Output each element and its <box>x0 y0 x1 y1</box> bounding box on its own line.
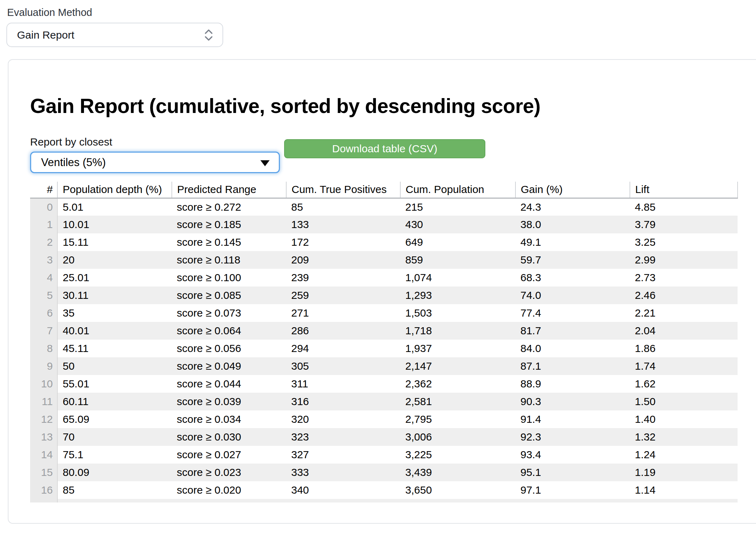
data-cell: 80.09 <box>57 464 172 481</box>
row-index-cell: 11 <box>30 393 57 410</box>
table-row: 950score ≥ 0.0493052,14787.11.74 <box>30 357 738 375</box>
data-cell: score ≥ 0.100 <box>172 269 286 286</box>
data-cell: 35 <box>57 304 172 322</box>
data-cell: score ≥ 0.023 <box>172 464 286 481</box>
data-cell: 1,503 <box>400 304 515 322</box>
data-cell: 430 <box>400 216 515 233</box>
table-row: 1580.09score ≥ 0.0233333,43995.11.19 <box>30 464 738 481</box>
data-cell: 2,581 <box>400 393 515 410</box>
column-header: Cum. True Positives <box>286 182 400 198</box>
data-cell: 333 <box>286 464 400 481</box>
data-cell: score ≥ 0.145 <box>172 233 286 251</box>
data-cell: 75.1 <box>57 446 172 464</box>
data-cell: 1.24 <box>630 446 738 464</box>
data-cell: 2.21 <box>630 304 738 322</box>
data-cell: 133 <box>286 216 400 233</box>
table-row: 320score ≥ 0.11820985959.72.99 <box>30 251 738 269</box>
column-header: Cum. Population <box>400 182 515 198</box>
data-cell: 3,006 <box>400 428 515 446</box>
data-cell: 859 <box>400 251 515 269</box>
data-cell: 77.4 <box>515 304 630 322</box>
column-header: # <box>30 182 57 198</box>
table-row: 1370score ≥ 0.0303233,00692.31.32 <box>30 428 738 446</box>
data-cell: 1,074 <box>400 269 515 286</box>
table-row-clipped <box>30 499 738 502</box>
data-cell: 1.62 <box>630 375 738 393</box>
report-by-select[interactable]: Ventiles (5%) <box>30 152 280 173</box>
data-cell: 92.3 <box>515 428 630 446</box>
data-cell: 93.4 <box>515 446 630 464</box>
table-row: 740.01score ≥ 0.0642861,71881.72.04 <box>30 322 738 340</box>
table-row: 05.01score ≥ 0.2728521524.34.85 <box>30 198 738 216</box>
data-cell: 81.7 <box>515 322 630 340</box>
data-cell: 2,795 <box>400 410 515 428</box>
data-cell: 305 <box>286 357 400 375</box>
row-index-cell: 15 <box>30 464 57 481</box>
data-cell: 286 <box>286 322 400 340</box>
data-cell: score ≥ 0.056 <box>172 340 286 357</box>
table-row: 110.01score ≥ 0.18513343038.03.79 <box>30 216 738 233</box>
data-cell: 65.09 <box>57 410 172 428</box>
evaluation-method-selected-value: Gain Report <box>17 29 74 41</box>
data-cell: 239 <box>286 269 400 286</box>
triangle-down-icon <box>260 160 270 166</box>
data-cell: 1.19 <box>630 464 738 481</box>
data-cell: 2.04 <box>630 322 738 340</box>
data-cell: 316 <box>286 393 400 410</box>
data-cell: 1.40 <box>630 410 738 428</box>
table-row: 530.11score ≥ 0.0852591,29374.02.46 <box>30 286 738 304</box>
data-cell: 259 <box>286 286 400 304</box>
data-cell <box>57 499 172 502</box>
data-cell <box>630 499 738 502</box>
data-cell: 60.11 <box>57 393 172 410</box>
data-cell: 30.11 <box>57 286 172 304</box>
data-cell: score ≥ 0.085 <box>172 286 286 304</box>
data-cell: 25.01 <box>57 269 172 286</box>
report-by-selected-value: Ventiles (5%) <box>41 156 106 169</box>
table-row: 1685score ≥ 0.0203403,65097.11.14 <box>30 481 738 499</box>
data-cell: 15.11 <box>57 233 172 251</box>
row-index-cell: 14 <box>30 446 57 464</box>
download-csv-button[interactable]: Download table (CSV) <box>284 139 485 158</box>
column-header: Population depth (%) <box>57 182 172 198</box>
data-cell: 320 <box>286 410 400 428</box>
data-cell: score ≥ 0.044 <box>172 375 286 393</box>
data-cell: 3,650 <box>400 481 515 499</box>
data-cell: 294 <box>286 340 400 357</box>
table-row: 1055.01score ≥ 0.0443112,36288.91.62 <box>30 375 738 393</box>
data-cell: 97.1 <box>515 481 630 499</box>
data-cell: score ≥ 0.039 <box>172 393 286 410</box>
data-cell: 20 <box>57 251 172 269</box>
data-cell: 3.79 <box>630 216 738 233</box>
data-cell: 91.4 <box>515 410 630 428</box>
table-body: 05.01score ≥ 0.2728521524.34.85110.01sco… <box>30 198 738 502</box>
table-row: 635score ≥ 0.0732711,50377.42.21 <box>30 304 738 322</box>
data-cell: 50 <box>57 357 172 375</box>
data-cell: 84.0 <box>515 340 630 357</box>
column-header: Predicted Range <box>172 182 286 198</box>
evaluation-method-label: Evaluation Method <box>7 6 92 18</box>
data-cell: score ≥ 0.034 <box>172 410 286 428</box>
data-cell: 85 <box>286 198 400 216</box>
data-cell: 95.1 <box>515 464 630 481</box>
row-index-cell: 13 <box>30 428 57 446</box>
data-cell: 215 <box>400 198 515 216</box>
evaluation-method-select[interactable]: Gain Report <box>6 23 223 47</box>
data-cell: 10.01 <box>57 216 172 233</box>
row-index-cell: 10 <box>30 375 57 393</box>
data-cell: score ≥ 0.030 <box>172 428 286 446</box>
data-cell: 271 <box>286 304 400 322</box>
data-cell <box>172 499 286 502</box>
data-cell: 2.46 <box>630 286 738 304</box>
gain-table: #Population depth (%)Predicted RangeCum.… <box>30 182 738 502</box>
data-cell: 87.1 <box>515 357 630 375</box>
data-cell: score ≥ 0.020 <box>172 481 286 499</box>
gain-table-scroll-area[interactable]: #Population depth (%)Predicted RangeCum.… <box>30 182 738 502</box>
data-cell: 49.1 <box>515 233 630 251</box>
row-index-cell: 0 <box>30 198 57 216</box>
table-row: 1475.1score ≥ 0.0273273,22593.41.24 <box>30 446 738 464</box>
row-index-cell: 6 <box>30 304 57 322</box>
data-cell: 311 <box>286 375 400 393</box>
data-cell <box>515 499 630 502</box>
data-cell: 327 <box>286 446 400 464</box>
